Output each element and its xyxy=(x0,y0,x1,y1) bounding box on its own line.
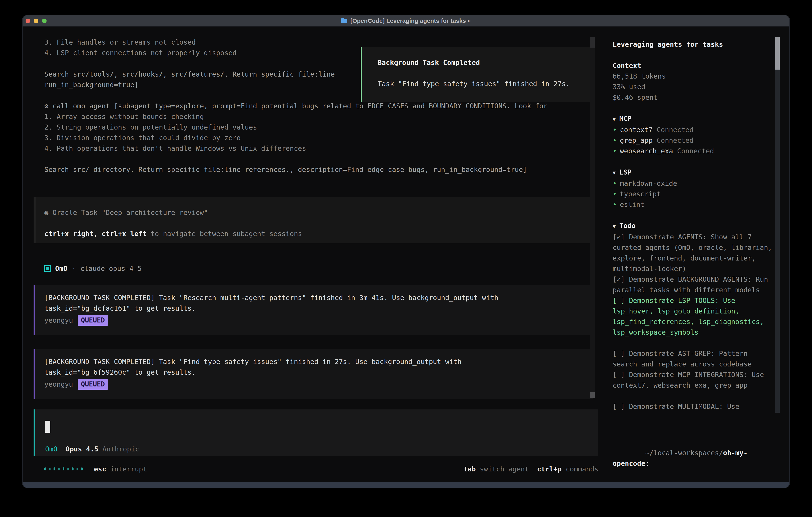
esc-shortcut: esc xyxy=(94,465,106,473)
main-scrollbar-track[interactable] xyxy=(590,37,594,397)
context-heading: Context xyxy=(613,60,774,71)
scrollback-line: run_in_background=true] xyxy=(45,80,139,90)
ctrlp-shortcut-label: commands xyxy=(562,465,599,473)
todo-item-pending: [ ] Demonstrate AST-GREP: Pattern search… xyxy=(613,348,774,370)
status-bar: esc interrupt tab switch agent ctrl+p co… xyxy=(45,464,599,474)
bullet-icon: • xyxy=(613,190,617,198)
titlebar: [OpenCode] Leveraging agents for tasks ◐ xyxy=(23,15,789,27)
footer-model-name: Opus 4.5 xyxy=(57,445,102,453)
chevron-down-icon: ▼ xyxy=(613,223,616,229)
task-message-line: [BACKGROUND TASK COMPLETED] Task "Resear… xyxy=(45,294,498,302)
agent-checkbox-icon xyxy=(45,265,51,272)
prompt-input[interactable]: OmO Opus 4.5 Anthropic xyxy=(34,409,598,456)
spinner-icon xyxy=(45,467,83,470)
todo-item-pending: [ ] Demonstrate MCP INTEGRATIONS: Use co… xyxy=(613,370,774,391)
traffic-lights xyxy=(26,19,47,23)
footer-provider-name: Anthropic xyxy=(103,445,139,453)
agent-header: OmO · claude-opus-4-5 xyxy=(45,263,142,274)
toast-notification: Background Task Completed Task "Find typ… xyxy=(360,47,591,102)
lsp-item: •eslint xyxy=(613,199,774,210)
folder-icon xyxy=(341,18,348,24)
opencode-window: [OpenCode] Leveraging agents for tasks ◐… xyxy=(23,15,789,488)
minimize-button[interactable] xyxy=(34,19,38,23)
context-used: 33% used xyxy=(613,82,774,92)
task-message-line: task_id="bg_dcfac161" to get results. xyxy=(45,304,196,312)
bullet-icon: • xyxy=(613,200,617,209)
mcp-item: •context7 Connected xyxy=(613,125,774,135)
bullet-icon: • xyxy=(613,136,617,144)
close-button[interactable] xyxy=(26,19,30,23)
task-user: yeongyu xyxy=(45,316,73,324)
background-task-block: [BACKGROUND TASK COMPLETED] Task "Find t… xyxy=(34,349,592,399)
mcp-item: •websearch_exa Connected xyxy=(613,146,774,156)
list-item: 4. Path operations that don't handle Win… xyxy=(45,143,306,154)
title-wrap: [OpenCode] Leveraging agents for tasks ◐ xyxy=(341,18,471,24)
task-message-line: [BACKGROUND TASK COMPLETED] Task "Find t… xyxy=(45,358,462,366)
oracle-task-panel: ◉ Oracle Task "Deep architecture review"… xyxy=(34,197,592,243)
chevron-down-icon: ▼ xyxy=(613,116,616,122)
bullet-icon: • xyxy=(613,179,617,187)
context-tokens: 66,518 tokens xyxy=(613,71,774,82)
agent-name: OmO xyxy=(55,265,67,272)
oracle-hint: ctrl+x right, ctrl+x left to navigate be… xyxy=(45,230,302,238)
fisheye-icon: ◉ xyxy=(45,209,48,217)
hint-keys: ctrl+x right, ctrl+x left xyxy=(45,230,147,238)
status-badge: QUEUED xyxy=(78,379,108,390)
sidebar-scrollbar-track[interactable] xyxy=(775,37,780,413)
mcp-section-header[interactable]: ▼MCP xyxy=(613,113,774,125)
lsp-item: •typescript xyxy=(613,189,774,199)
scrollback-line: 3. File handles or streams not closed xyxy=(45,37,196,48)
scrollback-line: Search src/ directory. Return specific f… xyxy=(45,164,527,175)
oracle-task-title: ◉ Oracle Task "Deep architecture review" xyxy=(45,209,208,217)
zoom-button[interactable] xyxy=(42,19,47,23)
scrollback-line: 4. LSP client connections not properly d… xyxy=(45,48,237,58)
agent-separator: · xyxy=(72,265,76,272)
toast-title: Background Task Completed xyxy=(378,59,480,66)
workspace-prefix: ~/local-workspaces/ xyxy=(645,449,723,457)
list-item: 3. Division operations that could divide… xyxy=(45,133,241,143)
bullet-icon: • xyxy=(613,126,617,134)
lsp-section-header[interactable]: ▼LSP xyxy=(613,167,774,178)
todo-item-active: [ ] Demonstrate LSP TOOLS: Use lsp_hover… xyxy=(613,295,774,338)
todo-section-header[interactable]: ▼Todo xyxy=(613,220,774,232)
text-cursor xyxy=(45,420,50,433)
background-task-block: [BACKGROUND TASK COMPLETED] Task "Resear… xyxy=(34,285,592,335)
sidebar: Leveraging agents for tasks Context 66,5… xyxy=(613,39,774,412)
main-scrollbar-top-segment[interactable] xyxy=(590,37,594,48)
task-user: yeongyu xyxy=(45,380,73,388)
status-badge: QUEUED xyxy=(78,315,108,326)
list-item: 2. String operations on potentially unde… xyxy=(45,122,257,133)
hint-rest: to navigate between subagent sessions xyxy=(147,230,302,238)
toast-body: Task "Find type safety issues" finished … xyxy=(378,80,570,88)
mcp-item: •grep_app Connected xyxy=(613,135,774,146)
todo-item-pending: [ ] Demonstrate MULTIMODAL: Use xyxy=(613,401,774,412)
main-scrollbar-thumb[interactable] xyxy=(590,392,594,398)
task-meta: yeongyu QUEUED xyxy=(45,379,108,390)
task-meta: yeongyu QUEUED xyxy=(45,315,108,326)
tab-shortcut-label: switch agent xyxy=(476,465,529,473)
screen: [OpenCode] Leveraging agents for tasks ◐… xyxy=(0,0,812,517)
list-item: 1. Array access without bounds checking xyxy=(45,111,204,122)
scrollback-line: Search src/tools/, src/hooks/, src/featu… xyxy=(45,69,335,80)
chevron-down-icon: ▼ xyxy=(613,170,616,176)
bullet-icon: • xyxy=(613,147,617,155)
task-message-line: task_id="bg_6f59260c" to get results. xyxy=(45,368,196,376)
window-bottom-edge xyxy=(23,482,789,488)
todo-item-done: [✓] Demonstrate AGENTS: Show all 7 curat… xyxy=(613,232,774,274)
input-footer: OmO Opus 4.5 Anthropic xyxy=(45,445,139,453)
lsp-item: •markdown-oxide xyxy=(613,178,774,189)
context-spent: $0.46 spent xyxy=(613,92,774,103)
shortcut-gap xyxy=(529,465,537,473)
gear-icon: ⚙ xyxy=(45,102,48,110)
tool-call-text: call_omo_agent [subagent_type=explore, p… xyxy=(53,102,548,110)
ctrlp-shortcut: ctrl+p xyxy=(537,465,562,473)
agent-model: claude-opus-4-5 xyxy=(80,265,142,272)
tab-shortcut: tab xyxy=(463,465,475,473)
sidebar-scrollbar-thumb[interactable] xyxy=(775,37,780,70)
session-title: Leveraging agents for tasks xyxy=(613,39,774,50)
esc-shortcut-label: interrupt xyxy=(106,465,147,473)
window-title: [OpenCode] Leveraging agents for tasks ◐ xyxy=(350,18,471,24)
tool-call-line: ⚙ call_omo_agent [subagent_type=explore,… xyxy=(45,101,548,111)
footer-agent-name: OmO xyxy=(45,445,57,453)
todo-item-done: [✓] Demonstrate BACKGROUND AGENTS: Run p… xyxy=(613,274,774,295)
